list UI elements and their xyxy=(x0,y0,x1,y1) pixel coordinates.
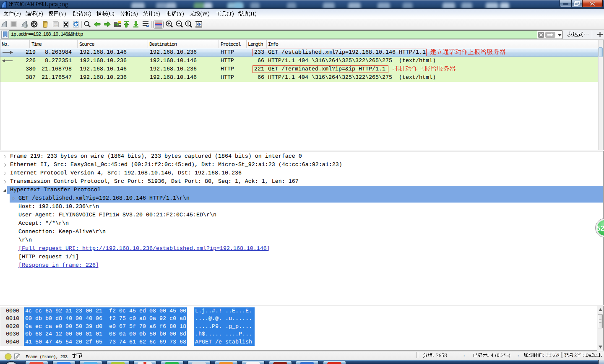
svg-text:010: 010 xyxy=(54,25,57,27)
svg-text:52: 52 xyxy=(596,224,604,232)
